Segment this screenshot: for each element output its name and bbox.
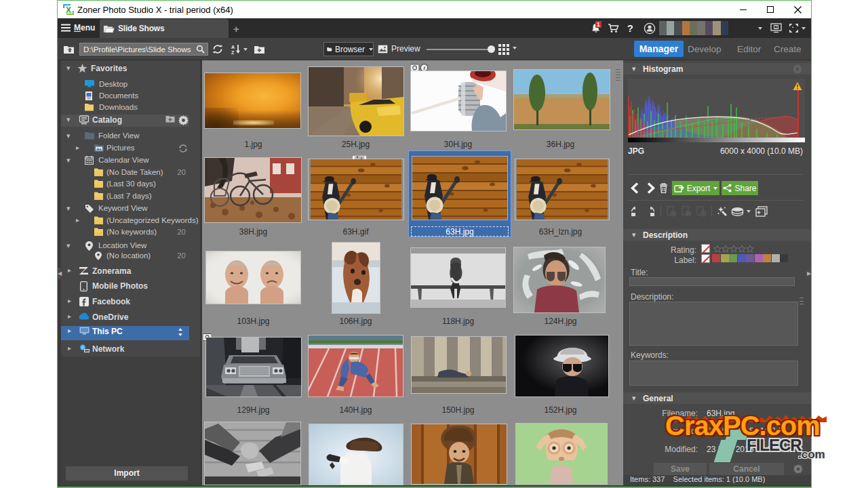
- svg-text:Z: Z: [231, 50, 235, 55]
- svg-text:2: 2: [775, 25, 777, 29]
- svg-text:A: A: [231, 45, 235, 49]
- svg-text:X: X: [66, 5, 71, 15]
